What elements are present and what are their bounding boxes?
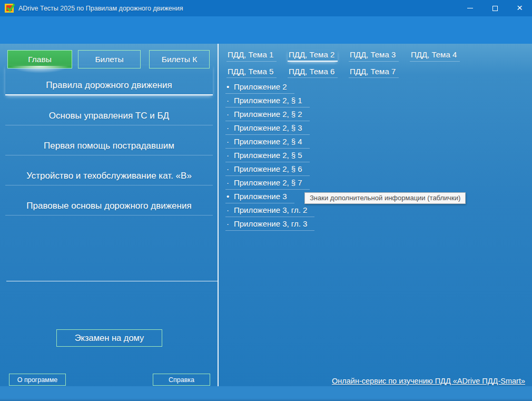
list-item: ·Приложение 3, гл. 3 bbox=[225, 218, 314, 232]
bullet-icon: · bbox=[226, 178, 234, 187]
exam-home-button[interactable]: Экзамен на дому bbox=[56, 329, 162, 347]
bullet-icon: · bbox=[226, 137, 234, 146]
top-band bbox=[0, 16, 532, 44]
close-icon: × bbox=[517, 3, 523, 13]
bullet-icon: · bbox=[226, 123, 234, 132]
list-item-label: Приложение 3 bbox=[234, 192, 287, 201]
list-item: •Приложение 2 bbox=[225, 81, 314, 95]
list-item-label: Приложение 2, § 3 bbox=[234, 123, 302, 132]
list-item-label: Приложение 2, § 4 bbox=[234, 137, 302, 146]
close-button[interactable]: × bbox=[507, 0, 532, 16]
list-item: ·Приложение 2, § 4 bbox=[225, 136, 314, 150]
chapter-item-driving-basics[interactable]: Основы управления ТС и БД bbox=[5, 95, 213, 125]
list-item: ·Приложение 2, § 3 bbox=[225, 122, 314, 136]
app-logo-icon bbox=[5, 4, 14, 13]
chapter-item-legal-basics[interactable]: Правовые основы дорожного движения bbox=[5, 185, 213, 216]
list-item: ·Приложение 2, § 1 bbox=[225, 95, 314, 109]
window-controls: × bbox=[458, 0, 532, 16]
tooltip: Знаки дополнительной информации (табличк… bbox=[304, 192, 466, 204]
maximize-icon bbox=[492, 6, 498, 11]
left-panel: Главы Билеты Билеты К Правила дорожного … bbox=[0, 44, 218, 386]
bullet-icon: • bbox=[226, 192, 234, 201]
list-item-label: Приложение 2 bbox=[234, 82, 287, 91]
topic-tab-2[interactable]: ПДД, Тема 2 bbox=[288, 50, 338, 62]
bullet-icon: · bbox=[226, 96, 234, 105]
right-panel: ПДД, Тема 1 ПДД, Тема 2 ПДД, Тема 3 ПДД,… bbox=[219, 44, 532, 386]
minimize-icon bbox=[467, 8, 473, 8]
topic-tab-4[interactable]: ПДД, Тема 4 bbox=[410, 50, 460, 62]
topic-tab-7[interactable]: ПДД, Тема 7 bbox=[349, 67, 399, 78]
window-title: ADrive Тесты 2025 по Правилам дорожного … bbox=[18, 5, 458, 12]
chapter-item-rules[interactable]: Правила дорожного движения bbox=[5, 65, 213, 95]
maximize-button[interactable] bbox=[482, 0, 507, 16]
chapter-item-first-aid[interactable]: Первая помощь пострадавшим bbox=[5, 125, 213, 155]
chapter-item-maintenance[interactable]: Устройство и техобслуживание кат. «В» bbox=[5, 155, 213, 185]
bullet-icon: · bbox=[226, 164, 234, 173]
list-item-hovered: •Приложение 3 Знаки дополнительной инфор… bbox=[225, 191, 314, 204]
list-item-label: Приложение 3, гл. 2 bbox=[234, 206, 307, 214]
list-item-label: Приложение 2, § 5 bbox=[234, 151, 302, 160]
bullet-icon: · bbox=[226, 151, 234, 160]
list-item: ·Приложение 2, § 5 bbox=[225, 150, 314, 163]
list-item: ·Приложение 2, § 7 bbox=[225, 177, 314, 191]
bullet-icon: · bbox=[226, 110, 234, 119]
help-button[interactable]: Справка bbox=[153, 374, 210, 386]
list-item: ·Приложение 2, § 6 bbox=[225, 163, 314, 177]
app-window: ADrive Тесты 2025 по Правилам дорожного … bbox=[0, 0, 532, 401]
title-bar: ADrive Тесты 2025 по Правилам дорожного … bbox=[0, 0, 532, 16]
list-item-label: Приложение 3, гл. 3 bbox=[234, 219, 307, 228]
appendix-list: •Приложение 2 ·Приложение 2, § 1 ·Прилож… bbox=[225, 81, 314, 232]
online-service-link[interactable]: Онлайн-сервис по изучению ПДД «ADrive ПД… bbox=[332, 377, 525, 385]
list-item: ·Приложение 2, § 2 bbox=[225, 109, 314, 122]
list-item: ·Приложение 3, гл. 2 bbox=[225, 204, 314, 218]
horizontal-divider bbox=[6, 281, 218, 281]
topic-tab-6[interactable]: ПДД, Тема 6 bbox=[288, 67, 338, 78]
bottom-strip bbox=[0, 386, 532, 401]
topic-tab-5[interactable]: ПДД, Тема 5 bbox=[226, 67, 277, 78]
list-item-label: Приложение 2, § 6 bbox=[234, 164, 302, 173]
bullet-icon: · bbox=[226, 219, 234, 228]
minimize-button[interactable] bbox=[458, 0, 482, 16]
topic-tab-3[interactable]: ПДД, Тема 3 bbox=[349, 50, 399, 62]
bullet-icon: • bbox=[226, 82, 234, 91]
list-item-label: Приложение 2, § 2 bbox=[234, 110, 302, 119]
topic-tab-1[interactable]: ПДД, Тема 1 bbox=[226, 50, 277, 62]
list-item-label: Приложение 2, § 7 bbox=[234, 178, 302, 187]
footer: Онлайн-сервис по изучению ПДД «ADrive ПД… bbox=[332, 377, 525, 385]
about-button[interactable]: О программе bbox=[9, 374, 66, 386]
bullet-icon: · bbox=[226, 206, 234, 214]
topic-tabs: ПДД, Тема 1 ПДД, Тема 2 ПДД, Тема 3 ПДД,… bbox=[226, 50, 485, 83]
chapter-list: Правила дорожного движения Основы управл… bbox=[5, 65, 213, 216]
main-content: Главы Билеты Билеты К Правила дорожного … bbox=[0, 44, 532, 386]
list-item-label: Приложение 2, § 1 bbox=[234, 96, 302, 105]
